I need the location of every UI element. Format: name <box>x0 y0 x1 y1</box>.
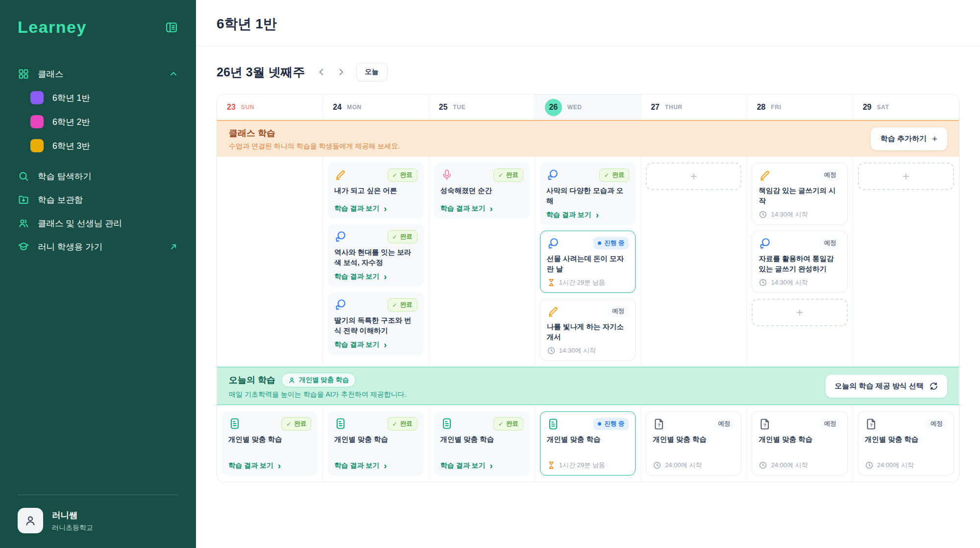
sidebar-item-student-app[interactable]: 러니 학생용 가기 <box>0 235 196 259</box>
class-card[interactable]: ✓완료 내가 되고 싶은 어른 학습 결과 보기› <box>328 163 423 218</box>
view-results-link[interactable]: 학습 결과 보기› <box>334 272 387 281</box>
status-badge: 예정 <box>713 418 735 430</box>
status-badge: 예정 <box>820 237 841 249</box>
day-header-sat: 29SAT <box>853 95 959 120</box>
class-learning-grid: ✓완료 내가 되고 싶은 어른 학습 결과 보기› ✓완료 역사와 현대를 잇는… <box>217 157 959 367</box>
card-title: 사막의 다양한 모습과 오해 <box>546 186 629 206</box>
check-icon: ✓ <box>498 421 503 428</box>
class-learning-subtitle: 수업과 연결된 하나의 학습을 학생들에게 제공해 보세요. <box>229 142 400 151</box>
profile-school: 러니초등학교 <box>52 524 93 532</box>
chevron-right-icon: › <box>278 463 281 469</box>
sidebar-item-label: 학습 탐색하기 <box>38 170 92 182</box>
check-icon: ✓ <box>498 172 503 179</box>
chat-icon <box>334 230 347 243</box>
class-col-tue: ✓완료 성숙해졌던 순간 학습 결과 보기› <box>429 157 535 367</box>
class-card-scheduled[interactable]: 예정 나를 빛나게 하는 자기소개서 14:30에 시작 <box>540 299 636 361</box>
graduation-cap-icon <box>18 241 29 253</box>
status-badge: ✓완료 <box>599 168 629 182</box>
prev-week-button[interactable] <box>314 65 329 79</box>
delivery-mode-select-button[interactable]: 오늘의 학습 제공 방식 선택 <box>826 375 947 398</box>
status-badge: 진행 중 <box>593 237 629 249</box>
app-logo[interactable]: Learney <box>18 18 87 37</box>
report-icon <box>334 417 347 430</box>
view-results-link[interactable]: 학습 결과 보기› <box>441 461 493 470</box>
today-card[interactable]: ✓완료 개인별 맞춤 학습 학습 결과 보기› <box>434 411 530 476</box>
add-learning-slot[interactable]: + <box>646 163 741 190</box>
document-question-icon: ? <box>653 418 665 430</box>
clock-icon <box>865 461 874 470</box>
todays-learning-subtitle: 매일 기초학력을 높이는 학습을 AI가 추천하여 제공합니다. <box>229 390 406 399</box>
status-badge: ✓완료 <box>281 417 311 430</box>
view-results-link[interactable]: 학습 결과 보기› <box>334 340 387 349</box>
class-learning-title: 클래스 학습 <box>229 127 400 139</box>
class-card[interactable]: ✓완료 역사와 현대를 잇는 보라색 보석, 자수정 학습 결과 보기› <box>328 224 423 286</box>
next-week-button[interactable] <box>334 65 348 79</box>
card-title: 딸기의 독특한 구조와 번식 전략 이해하기 <box>334 315 417 336</box>
sidebar-item-label: 학습 보관함 <box>38 194 83 206</box>
class-color-swatch <box>30 91 44 104</box>
start-time: 14:30에 시작 <box>759 278 840 287</box>
check-icon: ✓ <box>392 421 397 428</box>
view-results-link[interactable]: 학습 결과 보기› <box>334 461 387 470</box>
class-card-scheduled[interactable]: 예정 책임감 있는 글쓰기의 시작 14:30에 시작 <box>752 163 847 225</box>
hourglass-icon <box>547 278 556 287</box>
check-icon: ✓ <box>392 302 397 309</box>
user-profile[interactable]: 러니쌤 러니초등학교 <box>0 508 196 533</box>
today-card-scheduled[interactable]: ? 예정 개인별 맞춤 학습 24:00에 시작 <box>858 411 954 476</box>
plus-icon: + <box>932 135 937 143</box>
chevron-right-icon: › <box>490 463 492 469</box>
status-badge: ✓완료 <box>388 417 417 430</box>
class-card[interactable]: ✓완료 사막의 다양한 모습과 오해 학습 결과 보기› <box>540 163 636 225</box>
card-title: 책임감 있는 글쓰기의 시작 <box>759 186 840 206</box>
today-col-wed: 진행 중 개인별 맞춤 학습 1시간 29분 남음 <box>535 405 641 482</box>
today-card-in-progress[interactable]: 진행 중 개인별 맞춤 학습 1시간 29분 남음 <box>540 411 636 476</box>
view-results-link[interactable]: 학습 결과 보기› <box>546 211 599 219</box>
add-learning-button[interactable]: 학습 추가하기 + <box>871 127 947 150</box>
arrow-up-right-icon <box>169 242 178 252</box>
chevron-right-icon: › <box>596 212 599 218</box>
sidebar-item-manage[interactable]: 클래스 및 선생님 관리 <box>0 212 196 235</box>
card-title: 개인별 맞춤 학습 <box>759 434 840 445</box>
today-col-fri: ? 예정 개인별 맞춤 학습 24:00에 시작 <box>747 405 853 482</box>
divider <box>18 495 178 495</box>
sidebar-item-classes[interactable]: 클래스 <box>0 62 196 86</box>
sidebar-menu: 학습 탐색하기 학습 보관함 클래스 및 선생님 관리 러니 학생용 가기 <box>0 165 196 259</box>
refresh-icon <box>929 381 938 391</box>
sidebar-class-6-3[interactable]: 6학년 3반 <box>0 134 196 158</box>
today-col-sun: ✓완료 개인별 맞춤 학습 학습 결과 보기› <box>217 405 323 482</box>
class-card-scheduled[interactable]: 예정 자료를 활용하여 통일감 있는 글쓰기 완성하기 14:30에 시작 <box>752 231 847 293</box>
class-col-fri: 예정 책임감 있는 글쓰기의 시작 14:30에 시작 예정 자료를 활용하여 … <box>747 157 853 367</box>
today-button[interactable]: 오늘 <box>356 63 388 81</box>
class-card-in-progress[interactable]: 진행 중 선물 사려는데 돈이 모자란 날 1시간 29분 남음 <box>540 231 636 293</box>
sidebar-item-explore[interactable]: 학습 탐색하기 <box>0 165 196 188</box>
sidebar-class-6-2[interactable]: 6학년 2반 <box>0 110 196 134</box>
class-card[interactable]: ✓완료 성숙해졌던 순간 학습 결과 보기› <box>434 163 530 218</box>
pencil-icon <box>547 305 560 318</box>
chevron-right-icon: › <box>384 274 387 280</box>
sidebar-item-archive[interactable]: 학습 보관함 <box>0 188 196 212</box>
clock-icon <box>759 278 767 287</box>
today-card-scheduled[interactable]: ? 예정 개인별 맞춤 학습 24:00에 시작 <box>752 411 847 476</box>
view-results-link[interactable]: 학습 결과 보기› <box>441 204 493 213</box>
sidebar-class-6-1[interactable]: 6학년 1반 <box>0 86 196 110</box>
class-card[interactable]: ✓완료 딸기의 독특한 구조와 번식 전략 이해하기 학습 결과 보기› <box>328 292 423 355</box>
today-card[interactable]: ✓완료 개인별 맞춤 학습 학습 결과 보기› <box>328 411 423 476</box>
week-navigation: 26년 3월 넷째주 오늘 <box>196 46 980 94</box>
page-header: 6학년 1반 <box>196 0 980 46</box>
chevron-up-icon[interactable] <box>169 69 178 79</box>
today-card-scheduled[interactable]: ? 예정 개인별 맞춤 학습 24:00에 시작 <box>646 411 741 476</box>
today-col-thur: ? 예정 개인별 맞춤 학습 24:00에 시작 <box>641 405 747 482</box>
add-learning-slot[interactable]: + <box>752 299 847 326</box>
start-time: 14:30에 시작 <box>759 210 840 219</box>
view-results-link[interactable]: 학습 결과 보기› <box>334 204 387 213</box>
svg-text:?: ? <box>658 422 661 428</box>
status-badge: 진행 중 <box>593 418 629 430</box>
today-card[interactable]: ✓완료 개인별 맞춤 학습 학습 결과 보기› <box>222 411 318 476</box>
personalized-learning-badge: 개인별 맞춤 학습 <box>281 373 356 387</box>
grid-icon <box>18 68 29 80</box>
add-learning-slot[interactable]: + <box>858 163 954 190</box>
collapse-sidebar-icon[interactable] <box>165 21 178 34</box>
view-results-link[interactable]: 학습 결과 보기› <box>228 461 281 470</box>
day-header-row: 23SUN 24MON 25TUE 26WED 27THUR 28FRI 29S… <box>217 95 959 120</box>
mic-icon <box>441 168 453 181</box>
